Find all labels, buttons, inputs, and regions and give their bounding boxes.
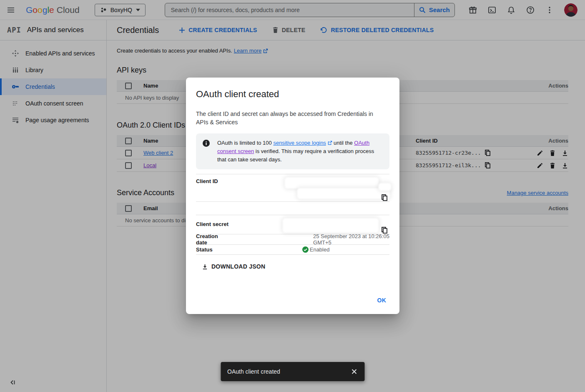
info-icon	[203, 140, 210, 147]
download-json-button[interactable]: DOWNLOAD JSON	[196, 259, 265, 274]
dialog-body-text: The client ID and secret can always be a…	[196, 110, 379, 126]
client-id-row: Client ID	[196, 174, 389, 202]
client-secret-label: Client secret	[196, 221, 228, 227]
row-spacer	[196, 202, 389, 215]
copy-client-id-icon[interactable]	[381, 194, 388, 201]
dialog-title: OAuth client created	[196, 88, 389, 100]
download-icon	[202, 264, 208, 270]
ok-button[interactable]: OK	[374, 294, 390, 306]
notice-mid: until the	[332, 140, 354, 146]
status-row: Status Enabled	[196, 245, 389, 255]
notice-pre: OAuth is limited to 100	[217, 140, 273, 146]
creation-date-row: Creation date 25 September 2023 at 10:26…	[196, 234, 389, 245]
check-circle-icon	[302, 246, 309, 253]
creation-date-label: Creation date	[196, 233, 223, 246]
toast-message: OAuth client created	[227, 368, 280, 375]
google-cloud-console: Google Cloud BoxyHQ Search	[0, 0, 585, 392]
notice-box: OAuth is limited to 100 sensitive scope …	[196, 133, 389, 169]
dialog-fields: Client ID Client secret Creation date 25…	[196, 174, 389, 255]
sensitive-scope-logins-link[interactable]: sensitive scope logins	[273, 140, 326, 146]
oauth-client-created-dialog: OAuth client created The client ID and s…	[186, 78, 399, 314]
client-id-label: Client ID	[196, 178, 218, 184]
status-text: Enabled	[310, 246, 330, 253]
redacted-client-id	[285, 177, 379, 188]
creation-date-value: 25 September 2023 at 10:26:05 GMT+5	[313, 233, 389, 246]
download-json-label: DOWNLOAD JSON	[211, 263, 265, 270]
external-link-icon	[328, 141, 332, 145]
notice-text: OAuth is limited to 100 sensitive scope …	[217, 139, 383, 164]
redacted-client-id	[379, 183, 391, 191]
toast-notification: OAuth client created	[221, 362, 364, 381]
status-label: Status	[196, 246, 213, 253]
status-value: Enabled	[302, 246, 330, 253]
redacted-client-secret	[283, 218, 379, 233]
client-secret-row: Client secret	[196, 215, 389, 234]
close-icon[interactable]	[350, 368, 358, 375]
copy-client-secret-icon[interactable]	[381, 227, 388, 234]
redacted-client-id	[297, 188, 390, 199]
